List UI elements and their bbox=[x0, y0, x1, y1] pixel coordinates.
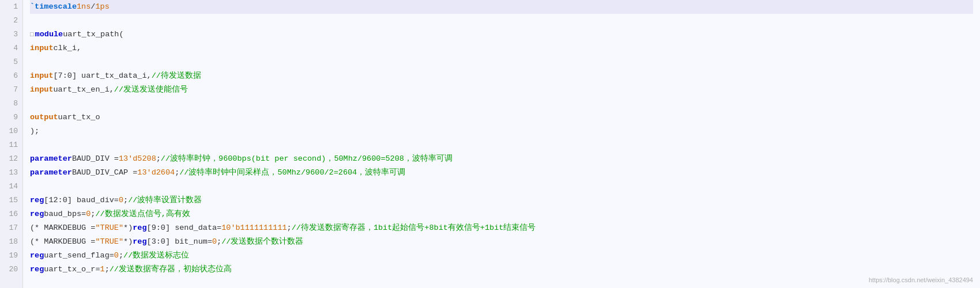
kw-output-token: output bbox=[30, 111, 58, 124]
timescale-val-token: 1ps bbox=[95, 0, 109, 14]
plain-token: ; bbox=[105, 263, 110, 276]
timescale-kw-token: `timescale bbox=[30, 0, 77, 14]
code-line: parameter BAUD_DIV = 13'd5208; //波特率时钟，9… bbox=[30, 152, 973, 166]
plain-token: ; bbox=[123, 194, 128, 207]
kw-param-token: parameter bbox=[30, 152, 72, 166]
line-number: 20 bbox=[5, 263, 18, 276]
plain-token: ; bbox=[217, 235, 221, 249]
timescale-val-token: 1ns bbox=[77, 0, 91, 14]
value-num-token: 0 bbox=[114, 249, 119, 263]
value-num-token: 1 bbox=[100, 263, 105, 276]
code-line: input [7:0] uart_tx_data_i, //待发送数据 bbox=[30, 69, 973, 83]
code-line: reg uart_send_flag=0; //数据发送标志位 bbox=[30, 249, 973, 263]
comment-token: //待发送数据寄存器，1bit起始信号+8bit有效信号+1bit结束信号 bbox=[292, 221, 536, 235]
plain-token: uart_tx_path( bbox=[63, 28, 123, 41]
value-num-token: 10'b1111111111 bbox=[221, 221, 287, 235]
line-number: 1 bbox=[5, 0, 18, 14]
plain-token: ; bbox=[91, 207, 95, 221]
comment-token: //数据发送标志位 bbox=[123, 249, 189, 263]
code-editor: 1234567891011121314151617181920 `timesca… bbox=[0, 0, 980, 288]
line-number: 4 bbox=[5, 41, 18, 55]
kw-reg-token: reg bbox=[30, 194, 44, 207]
plain-token: ; bbox=[119, 249, 123, 263]
plain-token: ; bbox=[287, 221, 292, 235]
plain-token: ( bbox=[30, 235, 35, 249]
kw-input-token: input bbox=[30, 41, 54, 55]
plain-token: [7:0] uart_tx_data_i, bbox=[54, 69, 152, 83]
plain-token: ; bbox=[175, 166, 179, 180]
plain-token: [12:0] baud_div= bbox=[44, 194, 119, 207]
code-line: `timescale 1ns / 1ps bbox=[30, 0, 973, 14]
plain-token: [9:0] send_data= bbox=[147, 221, 222, 235]
code-line bbox=[30, 14, 973, 28]
plain-token: uart_tx_en_i, bbox=[54, 83, 114, 97]
comment-token: //数据发送点信号,高有效 bbox=[95, 207, 190, 221]
plain-token: ( bbox=[30, 221, 35, 235]
value-num-token: 0 bbox=[212, 235, 217, 249]
comment-token: //波特率时钟，9600bps(bit per second)，50Mhz/96… bbox=[161, 152, 453, 166]
line-number: 16 bbox=[5, 207, 18, 221]
plain-token: * MARKDEBUG = bbox=[35, 221, 95, 235]
comment-token: //发送数据寄存器，初始状态位高 bbox=[110, 263, 232, 276]
line-number: 11 bbox=[5, 138, 18, 152]
plain-token: baud_bps= bbox=[44, 207, 86, 221]
line-number: 6 bbox=[5, 69, 18, 83]
comment-token: //发送数据个数计数器 bbox=[221, 235, 303, 249]
plain-token: uart_tx_o bbox=[58, 111, 100, 124]
line-number: 18 bbox=[5, 235, 18, 249]
line-number: 7 bbox=[5, 83, 18, 97]
kw-reg-token: reg bbox=[30, 207, 44, 221]
line-number: 17 bbox=[5, 221, 18, 235]
code-line: reg [12:0] baud_div=0; //波特率设置计数器 bbox=[30, 194, 973, 207]
code-line: ); bbox=[30, 124, 973, 138]
line-number: 2 bbox=[5, 14, 18, 28]
fold-icon-token: □ bbox=[30, 28, 34, 41]
plain-token: uart_tx_o_r= bbox=[44, 263, 100, 276]
code-line: □module uart_tx_path( bbox=[30, 28, 973, 41]
comment-token: //波特率设置计数器 bbox=[128, 194, 202, 207]
line-number: 8 bbox=[5, 97, 18, 111]
code-line: reg baud_bps=0; //数据发送点信号,高有效 bbox=[30, 207, 973, 221]
value-num-token: 0 bbox=[86, 207, 91, 221]
value-num-token: 13'd5208 bbox=[119, 152, 156, 166]
code-line: parameter BAUD_DIV_CAP = 13'd2604; //波特率… bbox=[30, 166, 973, 180]
watermark: https://blog.csdn.net/weixin_4382494 bbox=[869, 276, 973, 283]
code-line: output uart_tx_o bbox=[30, 111, 973, 124]
kw-reg-token: reg bbox=[133, 221, 146, 235]
value-num-token: 13'd2604 bbox=[137, 166, 175, 180]
kw-input-token: input bbox=[30, 83, 54, 97]
line-number: 13 bbox=[5, 166, 18, 180]
plain-token: [3:0] bit_num= bbox=[147, 235, 212, 249]
code-line bbox=[30, 138, 973, 152]
plain-token: uart_send_flag= bbox=[44, 249, 114, 263]
plain-token: BAUD_DIV_CAP = bbox=[72, 166, 137, 180]
plain-token: BAUD_DIV = bbox=[72, 152, 119, 166]
value-num-token: 0 bbox=[119, 194, 123, 207]
value-str-token: "TRUE" bbox=[95, 235, 123, 249]
comment-token: //待发送数据 bbox=[152, 69, 201, 83]
line-number: 9 bbox=[5, 111, 18, 124]
value-str-token: "TRUE" bbox=[95, 221, 123, 235]
plain-token: ); bbox=[30, 124, 39, 138]
plain-token: / bbox=[91, 0, 95, 14]
line-number: 14 bbox=[5, 180, 18, 194]
plain-token: *) bbox=[123, 221, 133, 235]
code-line: input uart_tx_en_i, //发送发送使能信号 bbox=[30, 83, 973, 97]
code-area[interactable]: `timescale 1ns / 1ps □module uart_tx_pat… bbox=[23, 0, 980, 288]
kw-reg-token: reg bbox=[30, 249, 44, 263]
kw-param-token: parameter bbox=[30, 166, 72, 180]
line-number: 12 bbox=[5, 152, 18, 166]
code-line: reg uart_tx_o_r=1; //发送数据寄存器，初始状态位高 bbox=[30, 263, 973, 276]
plain-token: ; bbox=[156, 152, 161, 166]
line-number: 15 bbox=[5, 194, 18, 207]
kw-input-token: input bbox=[30, 69, 54, 83]
plain-token: *) bbox=[123, 235, 133, 249]
line-numbers: 1234567891011121314151617181920 bbox=[0, 0, 23, 288]
comment-token: //波特率时钟中间采样点，50Mhz/9600/2=2604，波特率可调 bbox=[179, 166, 405, 180]
plain-token: clk_i, bbox=[54, 41, 82, 55]
code-line bbox=[30, 97, 973, 111]
comment-token: //发送发送使能信号 bbox=[114, 83, 188, 97]
code-line: input clk_i, bbox=[30, 41, 973, 55]
code-line: (* MARKDEBUG = "TRUE" *)reg [3:0] bit_nu… bbox=[30, 235, 973, 249]
kw-reg-token: reg bbox=[133, 235, 146, 249]
